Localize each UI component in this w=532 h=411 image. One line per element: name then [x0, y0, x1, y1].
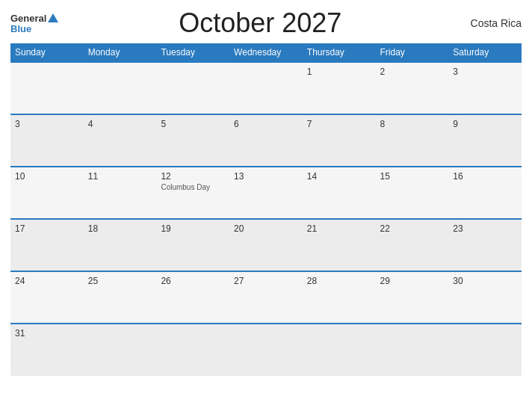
header-wednesday: Wednesday	[229, 43, 303, 62]
calendar-day-cell: 31	[10, 324, 84, 376]
day-number: 17	[15, 223, 79, 234]
header-monday: Monday	[84, 43, 157, 62]
day-number: 15	[380, 171, 445, 182]
calendar-day-cell	[10, 62, 84, 114]
calendar-day-cell: 21	[303, 219, 376, 271]
day-number: 7	[307, 119, 371, 129]
calendar-day-cell	[229, 324, 303, 376]
calendar-day-cell	[303, 324, 376, 376]
calendar-day-cell: 16	[448, 167, 522, 219]
header-saturday: Saturday	[448, 43, 522, 62]
calendar-day-cell: 5	[156, 114, 229, 167]
calendar-day-cell: 30	[448, 271, 522, 324]
day-number: 12	[161, 171, 225, 182]
calendar-day-cell: 8	[376, 114, 449, 167]
day-number: 13	[234, 171, 298, 182]
calendar-day-cell: 11	[84, 167, 157, 219]
calendar-day-cell: 24	[10, 271, 84, 324]
calendar-day-cell: 29	[376, 271, 449, 324]
calendar-day-cell: 3	[10, 114, 84, 167]
header-sunday: Sunday	[10, 43, 84, 62]
calendar-week-row: 123	[10, 62, 522, 114]
calendar-week-row: 17181920212223	[10, 219, 522, 271]
calendar-table: Sunday Monday Tuesday Wednesday Thursday…	[10, 43, 522, 376]
day-number: 28	[307, 276, 371, 286]
weekday-header-row: Sunday Monday Tuesday Wednesday Thursday…	[10, 43, 522, 62]
day-number: 20	[234, 223, 298, 234]
day-number: 4	[88, 119, 152, 129]
day-number: 18	[88, 223, 152, 234]
calendar-week-row: 31	[10, 324, 522, 376]
logo-wrapper: General Blue	[10, 13, 58, 34]
calendar-day-cell: 15	[376, 167, 449, 219]
logo-top-row: General	[10, 13, 58, 24]
day-number: 27	[234, 276, 298, 286]
calendar-day-cell	[229, 62, 303, 114]
calendar-day-cell	[84, 62, 157, 114]
logo-triangle-icon	[48, 13, 58, 22]
day-number: 2	[380, 67, 445, 77]
day-number: 1	[307, 67, 371, 77]
day-number: 5	[161, 119, 225, 129]
day-number: 29	[380, 276, 445, 286]
calendar-day-cell	[376, 324, 449, 376]
calendar-day-cell	[84, 324, 157, 376]
header-tuesday: Tuesday	[156, 43, 229, 62]
calendar-day-cell: 7	[303, 114, 376, 167]
calendar-day-cell: 9	[448, 114, 522, 167]
day-number: 31	[15, 328, 79, 339]
day-number: 19	[161, 223, 225, 234]
calendar-page: General Blue October 2027 Costa Rica Sun…	[0, 0, 532, 411]
calendar-day-cell	[448, 324, 522, 376]
calendar-week-row: 3456789	[10, 114, 522, 167]
day-number: 16	[453, 171, 517, 182]
calendar-day-cell: 27	[229, 271, 303, 324]
calendar-day-cell: 2	[376, 62, 449, 114]
month-title: October 2027	[58, 7, 462, 39]
day-number: 9	[453, 119, 517, 129]
day-number: 14	[307, 171, 371, 182]
day-number: 21	[307, 223, 371, 234]
calendar-day-cell: 28	[303, 271, 376, 324]
logo-general-text: General	[10, 13, 46, 23]
day-number: 11	[88, 171, 152, 182]
calendar-day-cell: 17	[10, 219, 84, 271]
day-number: 26	[161, 276, 225, 286]
day-number: 25	[88, 276, 152, 286]
day-number: 30	[453, 276, 517, 286]
calendar-day-cell: 4	[84, 114, 157, 167]
logo: General Blue	[10, 13, 58, 34]
calendar-day-cell: 13	[229, 167, 303, 219]
calendar-day-cell: 22	[376, 219, 449, 271]
calendar-day-cell: 25	[84, 271, 157, 324]
calendar-day-cell: 19	[156, 219, 229, 271]
day-number: 8	[380, 119, 445, 129]
calendar-week-row: 24252627282930	[10, 271, 522, 324]
country-label: Costa Rica	[462, 17, 522, 29]
day-number: 3	[453, 67, 517, 77]
calendar-day-cell: 12Columbus Day	[156, 167, 229, 219]
calendar-day-cell: 20	[229, 219, 303, 271]
day-number: 24	[15, 276, 79, 286]
calendar-day-cell: 1	[303, 62, 376, 114]
calendar-day-cell: 14	[303, 167, 376, 219]
day-event: Columbus Day	[161, 183, 225, 191]
day-number: 6	[234, 119, 298, 129]
calendar-day-cell: 26	[156, 271, 229, 324]
calendar-day-cell: 23	[448, 219, 522, 271]
day-number: 22	[380, 223, 445, 234]
calendar-day-cell	[156, 324, 229, 376]
calendar-day-cell: 6	[229, 114, 303, 167]
calendar-day-cell	[156, 62, 229, 114]
header-friday: Friday	[376, 43, 449, 62]
header: General Blue October 2027 Costa Rica	[10, 7, 522, 39]
day-number: 3	[15, 119, 79, 129]
logo-blue-text: Blue	[10, 24, 31, 34]
day-number: 10	[15, 171, 79, 182]
header-thursday: Thursday	[303, 43, 376, 62]
calendar-day-cell: 3	[448, 62, 522, 114]
day-number: 23	[453, 223, 517, 234]
calendar-day-cell: 18	[84, 219, 157, 271]
calendar-week-row: 101112Columbus Day13141516	[10, 167, 522, 219]
calendar-day-cell: 10	[10, 167, 84, 219]
